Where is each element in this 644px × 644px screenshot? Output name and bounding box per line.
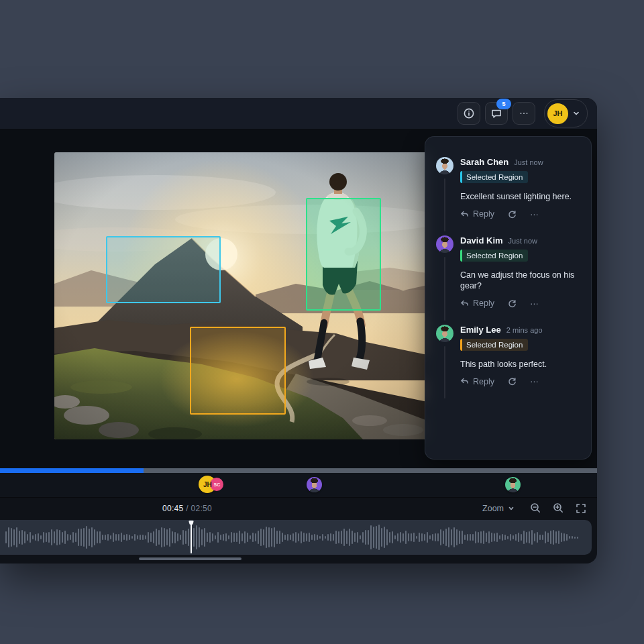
waveform-bar — [156, 529, 157, 546]
timeline-scrollbar[interactable] — [139, 557, 241, 560]
reply-button[interactable]: Reply — [460, 299, 494, 308]
waveform-bar — [480, 531, 482, 544]
time-total: 02:50 — [191, 504, 212, 513]
more-options-button[interactable] — [513, 102, 535, 125]
waveform-bar — [30, 532, 31, 542]
zoom-dropdown-label: Zoom — [482, 504, 504, 513]
fullscreen-icon — [576, 503, 586, 514]
add-reaction-button[interactable] — [508, 210, 517, 219]
waveform-bar — [250, 535, 251, 539]
waveform-bar — [56, 529, 58, 546]
waveform-bar — [180, 535, 181, 540]
waveform-bar — [526, 532, 527, 543]
playback-controls-row: 00:45 / 02:50 Zoom — [0, 497, 597, 519]
zoom-dropdown[interactable]: Zoom — [478, 503, 519, 514]
waveform-bar — [459, 531, 460, 544]
waveform-bar — [504, 535, 506, 539]
comments-button[interactable]: 5 — [485, 102, 508, 125]
region-mountain[interactable] — [106, 236, 221, 303]
waveform-bar — [185, 531, 186, 545]
waveform-bar — [153, 531, 154, 543]
waveform-bar — [274, 527, 275, 547]
playback-progress-bar[interactable] — [0, 468, 597, 473]
waveform-bar — [301, 531, 302, 543]
timeline-comment-marker[interactable]: JHSC — [199, 476, 216, 493]
waveform-bar — [566, 534, 568, 541]
waveform-bar — [80, 529, 82, 545]
waveform-bar — [547, 533, 549, 542]
timeline-comment-marker[interactable] — [505, 477, 521, 492]
waveform-bar — [59, 530, 60, 545]
commenter-avatar[interactable] — [436, 235, 453, 253]
waveform-bar — [499, 535, 500, 539]
waveform-bar — [572, 536, 573, 539]
zoom-out-icon — [530, 502, 541, 514]
waveform-bar — [255, 533, 256, 541]
waveform-bar — [507, 536, 508, 539]
waveform-bar — [134, 534, 136, 541]
info-button[interactable] — [458, 102, 480, 125]
waveform-bar — [429, 535, 431, 539]
comment-more-button[interactable]: ⋯ — [530, 299, 539, 309]
comment-text: Excellent sunset lighting here. — [460, 191, 580, 203]
commenter-name: Sarah Chen — [460, 157, 508, 167]
comment-more-button[interactable]: ⋯ — [530, 209, 539, 219]
timeline-markers-track[interactable]: JHSC — [0, 473, 597, 497]
waveform-bar — [48, 532, 50, 543]
waveform-bar — [142, 535, 144, 541]
region-runner[interactable] — [306, 198, 381, 311]
reaction-circular-arrow-icon — [508, 210, 517, 219]
commenter-avatar[interactable] — [436, 325, 453, 342]
waveform-bar — [115, 534, 117, 541]
waveform-bar — [405, 531, 407, 544]
audio-waveform[interactable] — [0, 520, 592, 555]
waveform-bar — [24, 531, 25, 543]
waveform-bar — [360, 535, 361, 539]
timeline-comment-marker[interactable] — [307, 477, 322, 492]
waveform-bar — [402, 533, 404, 541]
waveform-bar — [376, 526, 377, 549]
waveform-bar — [467, 534, 468, 540]
waveform-bar — [510, 534, 511, 541]
user-menu[interactable]: JH — [544, 99, 588, 127]
waveform-bar — [83, 528, 85, 546]
fullscreen-button[interactable] — [576, 503, 586, 514]
waveform-bar — [523, 531, 525, 544]
timeline-secondary-marker[interactable]: SC — [210, 478, 223, 491]
waveform-bar — [91, 527, 93, 547]
add-reaction-button[interactable] — [508, 299, 517, 308]
waveform-bar — [217, 532, 219, 542]
waveform-bar — [411, 533, 412, 541]
reply-button[interactable]: Reply — [460, 209, 494, 219]
waveform-bar — [110, 535, 111, 540]
waveform-bar — [201, 529, 203, 545]
waveform-bar — [188, 529, 189, 547]
comment-more-button[interactable]: ⋯ — [530, 376, 539, 386]
reply-arrow-icon — [460, 377, 469, 386]
reply-arrow-icon — [460, 299, 469, 308]
waveform-bar — [193, 528, 195, 547]
waveform-bar — [105, 535, 106, 540]
waveform-bar — [558, 531, 559, 544]
waveform-bar — [35, 534, 36, 540]
waveform-bar — [314, 534, 315, 541]
playhead[interactable] — [191, 521, 192, 553]
region-path[interactable] — [190, 327, 286, 415]
zoom-in-button[interactable] — [553, 502, 564, 514]
waveform-bar — [486, 533, 487, 543]
zoom-out-button[interactable] — [530, 502, 541, 514]
waveform-bar — [11, 528, 12, 546]
waveform-bar — [260, 529, 262, 546]
comment-item: David Kim Just now Selected Region Can w… — [436, 235, 580, 309]
video-canvas[interactable] — [54, 152, 427, 439]
commenter-avatar[interactable] — [436, 157, 453, 174]
add-reaction-button[interactable] — [508, 377, 517, 386]
waveform-bar — [534, 533, 535, 541]
reply-button[interactable]: Reply — [460, 377, 494, 386]
waveform-bar — [432, 534, 433, 541]
waveform-bar — [440, 529, 441, 545]
waveform-bar — [72, 532, 74, 542]
waveform-bar — [354, 533, 356, 542]
commenter-name: Emily Lee — [460, 325, 501, 335]
waveform-bar — [357, 532, 358, 543]
